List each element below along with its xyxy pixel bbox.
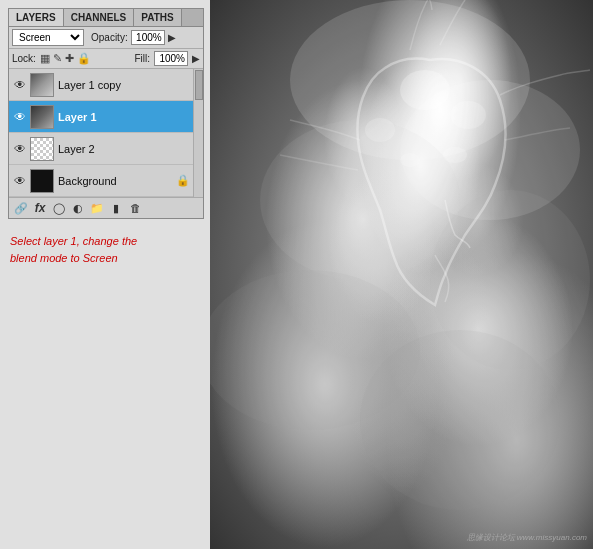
fill-label: Fill: bbox=[134, 53, 150, 64]
lock-move-icon[interactable]: ✚ bbox=[65, 52, 74, 65]
tab-paths[interactable]: PATHS bbox=[134, 9, 181, 26]
eye-icon-layer2[interactable]: 👁 bbox=[12, 141, 28, 157]
lock-checkers-icon[interactable]: ▦ bbox=[40, 52, 50, 65]
layer-name-background: Background bbox=[58, 175, 176, 187]
blend-mode-row: Screen Normal Multiply Overlay Opacity: … bbox=[9, 27, 203, 49]
delete-layer-icon[interactable]: 🗑 bbox=[127, 201, 143, 215]
thumb-copy bbox=[30, 73, 54, 97]
fill-arrow[interactable]: ▶ bbox=[192, 53, 200, 64]
tab-channels[interactable]: CHANNELS bbox=[64, 9, 135, 26]
layer-list: 👁 Layer 1 copy 👁 Layer 1 👁 bbox=[9, 69, 193, 197]
tab-layers[interactable]: LAYERS bbox=[9, 9, 64, 26]
watermark: 思缘设计论坛 www.missyuan.com bbox=[467, 532, 587, 543]
new-group-icon[interactable]: 📁 bbox=[89, 201, 105, 215]
adjustment-icon[interactable]: ◐ bbox=[70, 201, 86, 215]
opacity-input[interactable] bbox=[131, 30, 165, 45]
smoke-svg bbox=[210, 0, 593, 549]
svg-point-2 bbox=[260, 120, 460, 280]
svg-point-8 bbox=[365, 118, 395, 142]
layer-locked-icon: 🔒 bbox=[176, 174, 190, 187]
left-panel: LAYERS CHANNELS PATHS Screen Normal Mult… bbox=[0, 0, 210, 549]
layer-item-layer2[interactable]: 👁 Layer 2 bbox=[9, 133, 193, 165]
lock-icons: ▦ ✎ ✚ 🔒 bbox=[40, 52, 91, 65]
lock-brush-icon[interactable]: ✎ bbox=[53, 52, 62, 65]
layer-item-layer1[interactable]: 👁 Layer 1 bbox=[9, 101, 193, 133]
layer-list-container: 👁 Layer 1 copy 👁 Layer 1 👁 bbox=[9, 69, 203, 197]
svg-point-5 bbox=[360, 330, 560, 510]
eye-icon-copy[interactable]: 👁 bbox=[12, 77, 28, 93]
eye-icon-background[interactable]: 👁 bbox=[12, 173, 28, 189]
panel-footer: 🔗 fx ◯ ◐ 📁 ▮ 🗑 bbox=[9, 197, 203, 218]
lock-row: Lock: ▦ ✎ ✚ 🔒 Fill: ▶ bbox=[9, 49, 203, 69]
add-mask-icon[interactable]: ◯ bbox=[51, 201, 67, 215]
thumb-layer2 bbox=[30, 137, 54, 161]
layer-item-background[interactable]: 👁 Background 🔒 bbox=[9, 165, 193, 197]
opacity-label: Opacity: bbox=[91, 32, 128, 43]
layers-panel: LAYERS CHANNELS PATHS Screen Normal Mult… bbox=[8, 8, 204, 219]
thumb-background bbox=[30, 169, 54, 193]
thumb-layer1 bbox=[30, 105, 54, 129]
link-layers-icon[interactable]: 🔗 bbox=[13, 201, 29, 215]
instruction-text: Select layer 1, change the blend mode to… bbox=[8, 233, 202, 266]
smoke-image bbox=[210, 0, 593, 549]
layers-scrollbar[interactable] bbox=[193, 69, 203, 197]
lock-all-icon[interactable]: 🔒 bbox=[77, 52, 91, 65]
layer-name-copy: Layer 1 copy bbox=[58, 79, 190, 91]
instruction-line1: Select layer 1, change the bbox=[10, 235, 137, 247]
fx-icon[interactable]: fx bbox=[32, 201, 48, 215]
layer-name-layer2: Layer 2 bbox=[58, 143, 190, 155]
blend-mode-select[interactable]: Screen Normal Multiply Overlay bbox=[12, 29, 84, 46]
lock-label: Lock: bbox=[12, 53, 36, 64]
fill-input[interactable] bbox=[154, 51, 188, 66]
instruction-line2: blend mode to Screen bbox=[10, 252, 118, 264]
scrollbar-thumb[interactable] bbox=[195, 70, 203, 100]
panel-tabs: LAYERS CHANNELS PATHS bbox=[9, 9, 203, 27]
svg-point-7 bbox=[450, 101, 486, 129]
svg-point-6 bbox=[400, 70, 450, 110]
new-layer-icon[interactable]: ▮ bbox=[108, 201, 124, 215]
opacity-arrow[interactable]: ▶ bbox=[168, 32, 176, 43]
svg-point-10 bbox=[400, 153, 420, 167]
eye-icon-layer1[interactable]: 👁 bbox=[12, 109, 28, 125]
right-panel: 思缘设计论坛 www.missyuan.com bbox=[210, 0, 593, 549]
layer-name-layer1: Layer 1 bbox=[58, 111, 190, 123]
svg-point-9 bbox=[443, 147, 467, 163]
layer-item-copy[interactable]: 👁 Layer 1 copy bbox=[9, 69, 193, 101]
